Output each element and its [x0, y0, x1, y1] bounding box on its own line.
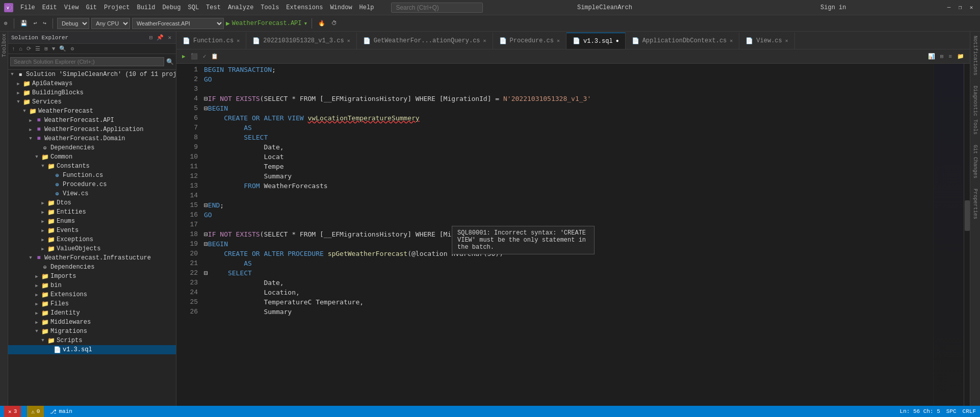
se-toolbar-btn-5[interactable]: ⊞	[43, 45, 49, 53]
se-pin-button[interactable]: 📌	[155, 34, 165, 41]
tab-close-function[interactable]: ✕	[237, 38, 240, 44]
menu-item-debug[interactable]: Debug	[159, 3, 184, 12]
global-search-input[interactable]	[391, 3, 483, 13]
tree-item-migrations[interactable]: ▼ 📁 Migrations	[8, 327, 176, 336]
tab-migration[interactable]: 📄20221031051328_v1_3.cs✕	[246, 33, 356, 49]
restore-button[interactable]: ❐	[956, 3, 965, 12]
se-search-input[interactable]	[10, 57, 164, 66]
se-dock-button[interactable]: ⊟	[148, 34, 154, 41]
se-filter-btn[interactable]: 🔍	[58, 45, 68, 53]
editor-vertical-scrollbar[interactable]	[964, 64, 970, 406]
et-grid-btn[interactable]: ⊞	[939, 53, 945, 60]
tree-item-functionCs[interactable]: ⊕ Function.cs	[8, 171, 176, 180]
tab-close-v1_3[interactable]: ●	[616, 38, 619, 44]
tab-close-appdbcontext[interactable]: ✕	[730, 38, 733, 44]
et-file-btn[interactable]: 📁	[956, 53, 966, 60]
editor-scrollbar-thumb[interactable]	[965, 200, 970, 231]
tab-procedure[interactable]: 📄Procedure.cs✕	[493, 33, 566, 49]
se-close-button[interactable]: ✕	[166, 34, 173, 41]
close-button[interactable]: ✕	[967, 3, 976, 12]
et-results-btn[interactable]: 📊	[926, 53, 937, 60]
platform-dropdown[interactable]: Any CPU	[91, 18, 130, 29]
tree-item-valueObjects[interactable]: ▶ 📁 ValueObjects	[8, 244, 176, 253]
tree-item-v1_3sql[interactable]: 📄 v1.3.sql	[8, 345, 176, 354]
tree-item-infraDeps[interactable]: ⊕ Dependencies	[8, 263, 176, 272]
et-run-btn[interactable]: ▶	[180, 53, 187, 60]
tab-function[interactable]: 📄Function.cs✕	[176, 33, 246, 49]
tree-item-viewCs[interactable]: ⊕ View.cs	[8, 189, 176, 198]
menu-item-tools[interactable]: Tools	[257, 3, 282, 12]
tab-close-procedure[interactable]: ✕	[557, 38, 560, 44]
et-stop-btn[interactable]: ⬛	[189, 53, 199, 60]
se-toolbar-btn-4[interactable]: ☰	[34, 45, 42, 53]
tree-item-events[interactable]: ▶ 📁 Events	[8, 226, 176, 235]
menu-item-window[interactable]: Window	[327, 3, 355, 12]
run-button[interactable]: ▶ WeatherForecast.API ▾	[226, 19, 307, 28]
tree-item-exceptions[interactable]: ▶ 📁 Exceptions	[8, 235, 176, 244]
se-settings-btn[interactable]: ⚙	[69, 45, 75, 53]
tree-item-scripts[interactable]: ▼ 📁 Scripts	[8, 336, 176, 345]
toolbar-redo-button[interactable]: ↪	[41, 19, 48, 28]
tree-item-weatherForecastDomain[interactable]: ▼ ■ WeatherForecast.Domain	[8, 134, 176, 143]
menu-item-edit[interactable]: Edit	[39, 3, 60, 12]
toolbar-extra-button[interactable]: 🔥	[316, 19, 327, 28]
tree-item-identity[interactable]: ▶ 📁 Identity	[8, 308, 176, 318]
se-toolbar-btn-3[interactable]: ⟳	[25, 45, 33, 53]
menu-item-git[interactable]: Git	[83, 3, 100, 12]
tab-close-view[interactable]: ✕	[785, 38, 788, 44]
tree-item-weatherForecastInfra[interactable]: ▼ ■ WeatherForecast.Infrastucture	[8, 253, 176, 263]
toolbar-profile-button[interactable]: ⏱	[329, 19, 339, 28]
project-dropdown[interactable]: WeatherForecast.API	[132, 18, 224, 29]
tree-solution[interactable]: ▼ ◼ Solution 'SimpleCleanArch' (10 of 11…	[8, 70, 176, 79]
tree-item-dependencies[interactable]: ⊕ Dependencies	[8, 143, 176, 152]
tree-item-weatherForecastAPI[interactable]: ▶ ■ WeatherForecast.API	[8, 116, 176, 125]
sign-in-button[interactable]: Sign in	[816, 4, 850, 11]
tab-appdbcontext[interactable]: 📄ApplicationDbContext.cs✕	[626, 33, 740, 49]
right-panel-properties[interactable]: Properties	[971, 185, 979, 225]
menu-item-project[interactable]: Project	[101, 3, 133, 12]
tree-item-entities[interactable]: ▶ 📁 Entities	[8, 207, 176, 217]
toolbar-save-button[interactable]: 💾	[18, 19, 30, 28]
tree-item-weatherForecastApp[interactable]: ▶ ■ WeatherForecast.Application	[8, 125, 176, 134]
tree-item-dtos[interactable]: ▶ 📁 Dtos	[8, 198, 176, 207]
et-text-btn[interactable]: ≡	[947, 53, 953, 60]
tree-item-common[interactable]: ▼ 📁 Common	[8, 152, 176, 162]
status-errors[interactable]: ✕ 3	[4, 406, 21, 417]
menu-item-file[interactable]: File	[17, 3, 38, 12]
se-toolbar-btn-1[interactable]: ↑	[10, 45, 17, 53]
se-collapse-btn[interactable]: ▼	[50, 45, 57, 53]
toolbar-undo-button[interactable]: ↩	[32, 19, 39, 28]
menu-item-sql[interactable]: SQL	[185, 3, 202, 12]
code-content[interactable]: BEGIN TRANSACTION;GO ⊟IF NOT EXISTS(SELE…	[202, 64, 933, 406]
menu-item-test[interactable]: Test	[203, 3, 224, 12]
tree-item-infraBin[interactable]: ▶ 📁 bin	[8, 281, 176, 290]
menu-item-help[interactable]: Help	[356, 3, 377, 12]
tab-close-migration[interactable]: ✕	[347, 38, 350, 44]
tree-item-middlewares[interactable]: ▶ 📁 Middlewares	[8, 318, 176, 327]
debug-config-dropdown[interactable]: Debug	[57, 18, 89, 29]
menu-item-view[interactable]: View	[61, 3, 82, 12]
status-warnings[interactable]: ⚠ 0	[27, 406, 44, 417]
tab-v1_3[interactable]: 📄v1.3.sql●	[566, 33, 626, 49]
menu-item-analyze[interactable]: Analyze	[225, 3, 256, 12]
tab-close-getweather[interactable]: ✕	[483, 38, 486, 44]
et-parse-btn[interactable]: 📋	[210, 53, 220, 60]
et-check-btn[interactable]: ✓	[201, 53, 208, 60]
tab-view[interactable]: 📄View.cs✕	[739, 33, 794, 49]
minimize-button[interactable]: ─	[944, 3, 953, 12]
toolbar-back-button[interactable]: ⊙	[2, 19, 10, 28]
tab-getweather[interactable]: 📄GetWeatherFor...ationQuery.cs✕	[357, 33, 493, 49]
se-toolbar-btn-2[interactable]: ⌂	[18, 45, 24, 53]
tree-item-infraFiles[interactable]: ▶ 📁 Files	[8, 299, 176, 308]
tree-item-buildingBlocks[interactable]: ▶ 📁 BuildingBlocks	[8, 88, 176, 97]
tree-item-weatherForecast[interactable]: ▼ 📁 WeatherForecast	[8, 107, 176, 116]
right-panel-notifications[interactable]: Notifications	[971, 32, 979, 82]
right-panel-git-changes[interactable]: Git Changes	[971, 141, 979, 185]
tree-item-enums[interactable]: ▶ 📁 Enums	[8, 217, 176, 226]
tree-item-infraExtensions[interactable]: ▶ 📁 Extensions	[8, 290, 176, 299]
tree-item-infraImports[interactable]: ▶ 📁 Imports	[8, 272, 176, 281]
tree-item-apiGateways[interactable]: ▶ 📁 ApiGateways	[8, 79, 176, 88]
right-panel-diagnostic-tools[interactable]: Diagnostic Tools	[971, 82, 979, 141]
tree-item-constants[interactable]: ▼ 📁 Constants	[8, 162, 176, 171]
tree-item-services[interactable]: ▼ 📁 Services	[8, 97, 176, 107]
